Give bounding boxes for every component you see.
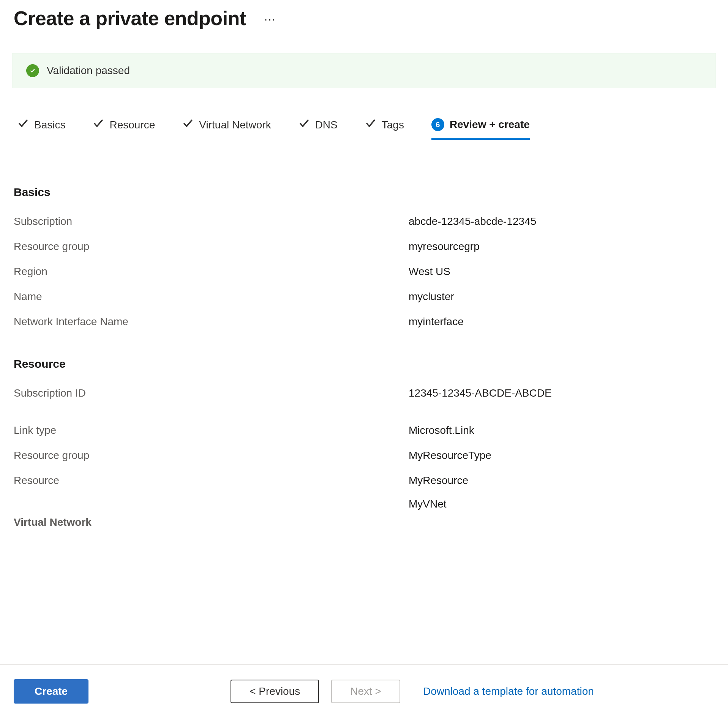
check-icon: [182, 118, 194, 132]
value-link-type: Microsoft.Link: [409, 424, 474, 436]
label-subscription: Subscription: [14, 215, 409, 228]
row-vnet: Virtual Network MyVNet: [14, 516, 714, 528]
step-number-badge: 6: [431, 118, 444, 131]
tab-dns[interactable]: DNS: [298, 118, 338, 140]
ellipsis-icon[interactable]: ...: [264, 10, 276, 23]
tab-virtual-network[interactable]: Virtual Network: [182, 118, 271, 140]
value-subscription: abcde-12345-abcde-12345: [409, 215, 536, 228]
value-name: mycluster: [409, 291, 454, 303]
row-resource-group-2: Resource group MyResourceType: [14, 449, 714, 462]
row-region: Region West US: [14, 266, 714, 278]
value-resource-group-2: MyResourceType: [409, 449, 491, 462]
page-title: Create a private endpoint: [14, 7, 246, 30]
label-region: Region: [14, 266, 409, 278]
section-title-resource: Resource: [14, 357, 714, 370]
create-button[interactable]: Create: [14, 679, 88, 704]
label-name: Name: [14, 291, 409, 303]
section-title-virtual-network: Virtual Network: [14, 516, 409, 528]
value-region: West US: [409, 266, 450, 278]
tab-label: DNS: [315, 119, 338, 131]
row-name: Name mycluster: [14, 291, 714, 303]
next-button: Next >: [331, 680, 400, 703]
download-template-link[interactable]: Download a template for automation: [423, 685, 594, 697]
row-subscription: Subscription abcde-12345-abcde-12345: [14, 215, 714, 228]
check-icon: [17, 118, 29, 132]
value-resource-group: myresourcegrp: [409, 240, 480, 253]
section-virtual-network: Virtual Network MyVNet: [14, 516, 714, 528]
tab-label: Basics: [34, 119, 65, 131]
wizard-footer: Create < Previous Next > Download a temp…: [0, 664, 728, 718]
previous-button[interactable]: < Previous: [231, 680, 319, 703]
tab-resource[interactable]: Resource: [93, 118, 155, 140]
tab-label: Review + create: [450, 119, 530, 131]
label-nic-name: Network Interface Name: [14, 316, 409, 328]
tab-basics[interactable]: Basics: [17, 118, 65, 140]
check-circle-icon: [26, 64, 39, 77]
tab-label: Resource: [109, 119, 155, 131]
label-subscription-id: Subscription ID: [14, 387, 409, 399]
tab-label: Tags: [382, 119, 404, 131]
tab-tags[interactable]: Tags: [365, 118, 404, 140]
value-resource: MyResource: [409, 474, 468, 487]
row-resource: Resource MyResource: [14, 474, 714, 487]
row-resource-group: Resource group myresourcegrp: [14, 240, 714, 253]
section-resource: Resource Subscription ID 12345-12345-ABC…: [14, 357, 714, 487]
value-subscription-id: 12345-12345-ABCDE-ABCDE: [409, 387, 552, 399]
tab-label: Virtual Network: [199, 119, 271, 131]
row-nic-name: Network Interface Name myinterface: [14, 316, 714, 328]
check-icon: [365, 118, 376, 132]
label-resource: Resource: [14, 474, 409, 487]
section-basics: Basics Subscription abcde-12345-abcde-12…: [14, 186, 714, 328]
check-icon: [298, 118, 310, 132]
value-nic-name: myinterface: [409, 316, 464, 328]
row-subscription-id: Subscription ID 12345-12345-ABCDE-ABCDE: [14, 387, 714, 399]
validation-banner: Validation passed: [12, 53, 716, 88]
value-vnet: MyVNet: [409, 498, 447, 510]
label-resource-group: Resource group: [14, 240, 409, 253]
tab-review-create[interactable]: 6 Review + create: [431, 118, 530, 140]
check-icon: [93, 118, 104, 132]
row-link-type: Link type Microsoft.Link: [14, 424, 714, 436]
wizard-tabs: Basics Resource Virtual Network DNS Tags…: [14, 118, 714, 140]
validation-text: Validation passed: [47, 65, 130, 77]
label-resource-group-2: Resource group: [14, 449, 409, 462]
label-link-type: Link type: [14, 424, 409, 436]
page-header: Create a private endpoint ...: [14, 7, 714, 30]
section-title-basics: Basics: [14, 186, 714, 199]
